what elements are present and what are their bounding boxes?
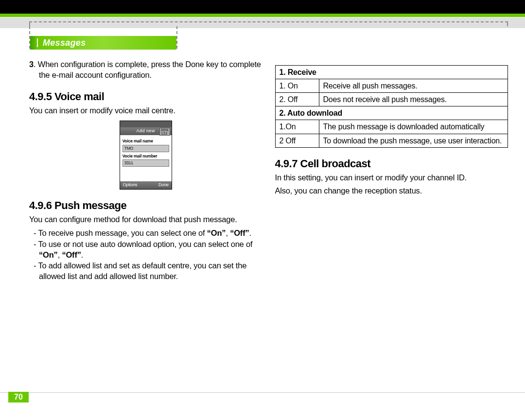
- step3-text: . When configuration is complete, press …: [34, 60, 261, 79]
- push-b2: - To use or not use auto download option…: [29, 239, 262, 261]
- push-b2-end: .: [81, 250, 83, 259]
- push-desc: You can configure method for download th…: [29, 214, 262, 225]
- cell-p2: Also, you can change the reception statu…: [275, 186, 508, 196]
- section-tab-label: Messages: [43, 38, 86, 48]
- tbl-r3c1: 1.On: [275, 120, 319, 134]
- voice-desc: You can insert or modify voice mail cent…: [29, 105, 262, 116]
- phone-softkey-left: Options: [123, 182, 138, 188]
- push-b1-mid: ,: [226, 228, 230, 237]
- tbl-r2c1: 2. Off: [275, 93, 319, 106]
- tbl-h1: 1. Receive: [275, 66, 508, 79]
- push-b2-a: - To use or not use auto download option…: [34, 240, 252, 248]
- tbl-r4c1: 2 Off: [275, 134, 319, 147]
- tbl-h2: 2. Auto download: [275, 106, 508, 120]
- heading-cell-broadcast: 4.9.7 Cell broadcast: [275, 157, 508, 171]
- push-b1-a: - To receive push message, you can selec…: [34, 228, 207, 237]
- phone-badge-top: 80%: [161, 128, 169, 132]
- push-b2-off: “Off”: [62, 250, 81, 259]
- tbl-r3c2: The push message is downloaded automatic…: [319, 120, 508, 134]
- heading-push-message: 4.9.6 Push message: [29, 198, 262, 212]
- push-b1-on: “On”: [207, 228, 226, 237]
- phone-label-number: Vocie mail number: [122, 154, 169, 159]
- phone-title-text: Add new: [136, 128, 155, 134]
- phone-mockup: Add new 80% 123 Voice mail name TMO Voci…: [120, 121, 172, 190]
- step3: 3. When configuration is complete, press…: [29, 59, 262, 81]
- tbl-r1c1: 1. On: [275, 79, 319, 93]
- phone-label-name: Voice mail name: [122, 139, 169, 144]
- push-b2-on: “On”: [39, 250, 58, 259]
- tbl-r4c2: To download the push message, use user i…: [319, 134, 508, 147]
- section-tab: Messages: [30, 36, 176, 50]
- push-b3: - To add allowed list and set as default…: [29, 261, 262, 282]
- phone-status-bar: [120, 121, 172, 127]
- top-black-bar: [0, 0, 525, 14]
- push-options-table: 1. Receive 1. On Receive all push messag…: [275, 65, 508, 148]
- page-number: 70: [8, 392, 29, 402]
- phone-softkeys: Options Done: [120, 181, 172, 189]
- page-body: 3. When configuration is complete, press…: [29, 58, 508, 401]
- left-column: 3. When configuration is complete, press…: [29, 58, 262, 401]
- step3-number: 3: [29, 60, 34, 69]
- phone-badge-bot: 123: [161, 132, 169, 135]
- push-b1: - To receive push message, you can selec…: [29, 228, 262, 239]
- right-column: 1. Receive 1. On Receive all push messag…: [275, 58, 508, 401]
- dashed-outline-top: [29, 21, 508, 26]
- phone-body: Voice mail name TMO Vocie mail number 33…: [120, 135, 172, 181]
- top-green-bar: [0, 14, 525, 17]
- phone-field-name: TMO: [122, 145, 169, 152]
- push-b1-end: .: [249, 228, 251, 237]
- cell-p1: In this setting, you can insert or modif…: [275, 173, 508, 183]
- phone-title-badge: 80% 123: [159, 128, 170, 136]
- footer-divider: [0, 392, 525, 393]
- tbl-r2c2: Does not receive all push messages.: [319, 93, 508, 106]
- push-b1-off: “Off”: [230, 228, 249, 237]
- section-tab-vline: [37, 38, 38, 47]
- phone-field-number: 3311: [122, 159, 169, 167]
- tbl-r1c2: Receive all push messages.: [319, 79, 508, 93]
- heading-voice-mail: 4.9.5 Voice mail: [29, 89, 262, 104]
- phone-title-bar: Add new 80% 123: [120, 127, 172, 135]
- phone-softkey-right: Done: [158, 182, 169, 188]
